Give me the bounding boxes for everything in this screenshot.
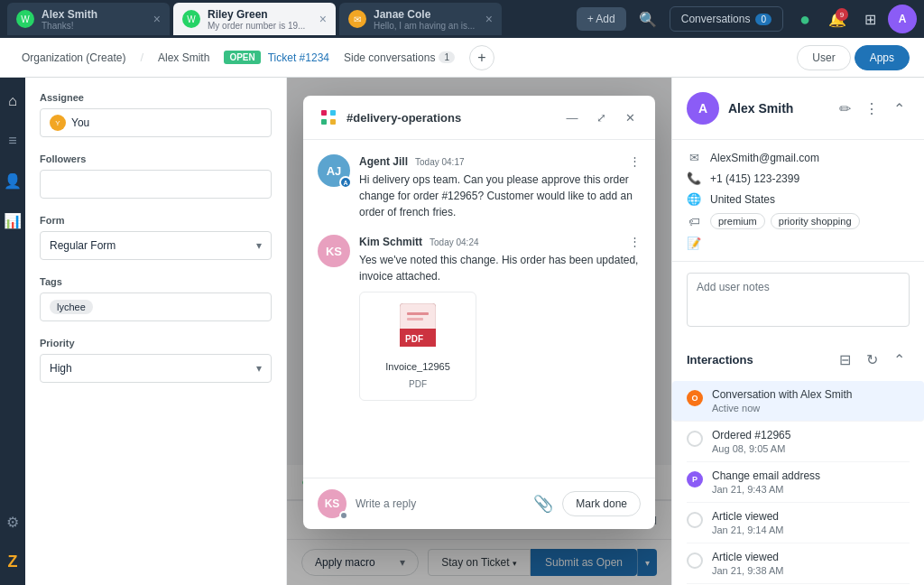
form-select[interactable]: Regular Form ▾ [40,231,272,260]
interaction-title-2: Change email address [712,469,910,482]
tab-text-riley: Riley Green My order number is 19... [208,8,312,31]
close-tab-janae[interactable]: × [485,13,493,25]
close-tab-riley[interactable]: × [319,13,327,25]
more-options-jill[interactable]: ⋮ [629,154,641,168]
user-tab-button[interactable]: User [797,45,850,70]
interaction-subtitle-0: Active now [712,403,910,413]
tab-janae-cole[interactable]: ✉ Janae Cole Hello, I am having an is...… [339,3,502,35]
assignee-input[interactable]: Y You [40,108,272,137]
form-label: Form [40,215,272,226]
user-avatar[interactable]: A [888,5,917,33]
nav-home-icon[interactable]: ⌂ [0,88,25,114]
interaction-title-1: Ordered #12965 [712,429,910,441]
tab-alex-smith[interactable]: W Alex Smith Thanks! × [7,3,170,35]
breadcrumb-contact[interactable]: Alex Smith [151,48,217,68]
reply-input[interactable]: Write a reply [356,497,524,510]
modal-title-area: #delivery-operations [318,107,552,128]
chevron-down-icon-priority: ▾ [256,362,262,375]
contact-header: A Alex Smith ✏ ⋮ ⌃ [672,78,924,140]
form-value: Regular Form [50,239,116,252]
nav-settings-icon[interactable]: ⚙ [0,509,25,534]
interaction-item-1[interactable]: Ordered #12965 Aug 08, 9:05 AM [687,422,910,462]
svg-rect-1 [330,110,336,116]
tag-premium[interactable]: premium [710,213,765,229]
nav-contacts-icon[interactable]: 👤 [0,168,25,193]
notification-button[interactable]: 🔔 9 [823,5,852,33]
interaction-title-0: Conversation with Alex Smith [712,388,910,401]
file-name: Invoice_12965 [385,361,450,372]
tab-text-alex: Alex Smith Thanks! [42,8,146,31]
user-notes-field[interactable]: Add user notes [687,273,910,327]
tab-title-janae: Janae Cole [374,8,478,21]
minimize-button[interactable]: — [561,107,583,128]
conversations-button[interactable]: Conversations 0 [670,6,783,32]
tag-priority-shopping[interactable]: priority shopping [771,213,860,229]
modal-header: #delivery-operations — ⤢ ✕ [303,96,655,140]
interaction-text-4: Article viewed Jan 21, 9:38 AM [712,551,910,576]
priority-select[interactable]: High ▾ [40,354,272,383]
action-icons-group: ● 🔔 9 ⊞ A [790,5,917,33]
assignee-field-group: Assignee Y You [40,92,272,137]
add-button[interactable]: + Add [577,7,626,31]
interaction-text-0: Conversation with Alex Smith Active now [712,388,910,413]
followers-field-group: Followers [40,153,272,199]
notification-badge: 9 [836,8,848,21]
contact-location: United States [710,193,775,206]
search-button[interactable]: 🔍 [633,5,662,33]
modal-overlay: #delivery-operations — ⤢ ✕ [287,78,671,585]
followers-input[interactable] [40,170,272,199]
tab-riley-green[interactable]: W Riley Green My order number is 19... × [173,3,336,35]
close-modal-button[interactable]: ✕ [619,107,641,128]
side-conversations-button[interactable]: Side conversations 1 [337,48,462,68]
conversations-badge: 0 [755,14,772,25]
apps-tab-button[interactable]: Apps [855,45,910,70]
followers-label: Followers [40,153,272,164]
interaction-item-2[interactable]: P Change email address Jan 21, 9:43 AM [687,462,910,503]
open-status-badge: OPEN [224,51,260,64]
interaction-subtitle-3: Jan 21, 9:14 AM [712,525,910,535]
status-dot-btn[interactable]: ● [790,5,819,33]
collapse-contact-button[interactable]: ⌃ [888,98,910,119]
breadcrumb-org[interactable]: Organization (Create) [14,48,133,68]
contact-phone[interactable]: +1 (415) 123-2399 [710,172,799,185]
collapse-interactions-button[interactable]: ⌃ [888,348,910,370]
refresh-interactions-button[interactable]: ↻ [861,348,882,370]
tags-input[interactable]: lychee [40,292,272,321]
interaction-title-3: Article viewed [712,510,910,523]
side-conversation-modal: #delivery-operations — ⤢ ✕ [303,96,655,529]
nav-reports-icon[interactable]: 📊 [0,208,25,233]
edit-contact-button[interactable]: ✏ [834,98,855,119]
svg-rect-2 [321,119,327,125]
interaction-text-1: Ordered #12965 Aug 08, 9:05 AM [712,429,910,454]
interactions-section: Interactions ⊟ ↻ ⌃ O Conversati [672,338,924,585]
more-options-kim[interactable]: ⋮ [629,235,641,248]
ticket-link[interactable]: Ticket #1234 [268,51,329,64]
filter-interactions-button[interactable]: ⊟ [834,348,855,370]
assignee-value: You [71,116,89,129]
interaction-item-0[interactable]: O Conversation with Alex Smith Active no… [672,381,924,422]
message-content-kim: Kim Schmitt Today 04:24 ⋮ Yes we've note… [359,235,641,401]
interaction-item-3[interactable]: Article viewed Jan 21, 9:14 AM [687,503,910,543]
interaction-subtitle-4: Jan 21, 9:38 AM [712,565,910,576]
contact-email[interactable]: AlexSmith@gmail.com [710,152,819,164]
add-conversation-button[interactable]: + [469,45,494,70]
globe-icon: 🌐 [687,192,701,206]
message-text-kim: Yes we've noted this change. His order h… [359,252,641,284]
more-contact-button[interactable]: ⋮ [861,98,882,119]
interactions-header: Interactions ⊟ ↻ ⌃ [687,348,910,370]
file-type: PDF [409,379,427,389]
top-bar-right-actions: + Add 🔍 Conversations 0 ● 🔔 9 ⊞ A [577,5,917,33]
conversations-label: Conversations [681,13,751,25]
contact-avatar: A [687,92,719,125]
attachment-card[interactable]: PDF Invoice_12965 PDF [359,292,476,401]
right-panel: A Alex Smith ✏ ⋮ ⌃ ✉ AlexSmith@gmail.com [671,78,924,585]
close-tab-alex[interactable]: × [153,13,161,25]
interaction-item-4[interactable]: Article viewed Jan 21, 9:38 AM [687,543,910,584]
grid-button[interactable]: ⊞ [855,5,884,33]
side-conv-count: 1 [439,51,455,63]
nav-tickets-icon[interactable]: ≡ [0,128,25,153]
mark-done-button[interactable]: Mark done [562,491,641,516]
attach-icon[interactable]: 📎 [533,494,553,514]
expand-button[interactable]: ⤢ [590,107,612,128]
expand-icon: ⤢ [596,111,606,125]
